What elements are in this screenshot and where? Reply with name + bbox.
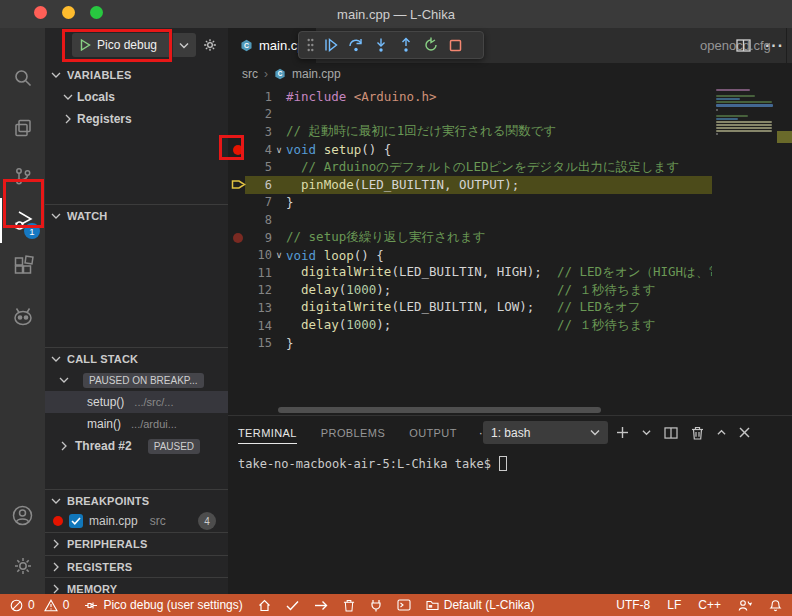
tab-settings[interactable]: Settings	[787, 28, 792, 63]
split-terminal-icon[interactable]	[664, 427, 678, 439]
settings-gear-icon[interactable]	[0, 543, 45, 588]
code-line-10[interactable]: 10∨void loop() {	[228, 246, 712, 264]
feedback-button[interactable]	[738, 599, 752, 612]
kill-terminal-trash-icon[interactable]	[691, 426, 704, 440]
code-line-13[interactable]: 13 digitalWrite(LED_BUILTIN, LOW); // LE…	[228, 299, 712, 317]
code-line-8[interactable]: 8	[228, 211, 712, 229]
extensions-icon[interactable]	[0, 243, 45, 288]
panel-tab-terminal[interactable]: TERMINAL	[238, 416, 297, 449]
section-header-memory[interactable]: MEMORY	[45, 578, 228, 594]
pio-build-button[interactable]	[286, 600, 299, 611]
glyph-margin[interactable]	[228, 317, 248, 335]
code-line-4[interactable]: 4∨void setup() {	[228, 141, 712, 159]
code-line-12[interactable]: 12 delay(1000); // １秒待ちます	[228, 282, 712, 300]
chevron-down-icon[interactable]	[172, 33, 196, 57]
glyph-margin[interactable]	[228, 246, 248, 264]
code-line-14[interactable]: 14 delay(1000); // １秒待ちます	[228, 317, 712, 335]
section-header-peripherals[interactable]: PERIPHERALS	[45, 533, 228, 555]
problems-status[interactable]: 0 0	[10, 598, 69, 612]
notifications-button[interactable]	[769, 598, 782, 612]
panel-tab-problems[interactable]: PROBLEMS	[321, 416, 385, 449]
start-debug-icon[interactable]	[80, 39, 91, 51]
scrollbar-thumb[interactable]	[278, 407, 601, 413]
pio-serial-monitor-button[interactable]	[370, 599, 382, 612]
restart-icon[interactable]	[423, 37, 439, 53]
fold-chevron-icon[interactable]: ∨	[272, 250, 286, 260]
horizontal-scrollbar[interactable]	[228, 405, 792, 415]
thread-row[interactable]: Thread #2 PAUSED	[45, 435, 228, 457]
close-panel-icon[interactable]	[739, 427, 750, 438]
breakpoint-row[interactable]: main.cpp src 4	[45, 510, 228, 532]
code-line-3[interactable]: 3// 起動時に最初に1回だけ実行される関数です	[228, 123, 712, 141]
platformio-icon[interactable]	[0, 293, 45, 338]
code-line-6[interactable]: 6 pinMode(LED_BUILTIN, OUTPUT);	[228, 176, 712, 194]
pio-terminal-button[interactable]	[397, 599, 411, 611]
section-header-registers[interactable]: REGISTERS	[45, 556, 228, 578]
glyph-margin[interactable]	[228, 264, 248, 282]
terminal-profile-chevron-icon[interactable]	[642, 429, 651, 436]
stop-icon[interactable]	[448, 38, 463, 53]
code-line-1[interactable]: 1#include <Arduino.h>	[228, 88, 712, 106]
breadcrumb[interactable]: src › C main.cpp	[228, 63, 792, 85]
glyph-margin[interactable]	[228, 194, 248, 212]
pio-project-env-selector[interactable]: Default (L-Chika)	[426, 598, 535, 612]
launch-config-gear-icon[interactable]	[202, 37, 218, 53]
maximize-window-button[interactable]	[90, 6, 103, 19]
run-and-debug-icon[interactable]: 1	[0, 198, 45, 243]
code-line-5[interactable]: 5 // ArduinoのデフォルトのLEDピンをデジタル出力に設定します	[228, 158, 712, 176]
pio-home-button[interactable]	[258, 599, 271, 612]
source-control-icon[interactable]	[0, 153, 45, 198]
step-into-icon[interactable]	[373, 37, 389, 53]
glyph-margin[interactable]	[228, 211, 248, 229]
terminal-shell-select[interactable]: 1: bash	[483, 421, 608, 444]
toolbar-drag-grip[interactable]	[307, 38, 314, 52]
fold-chevron-icon[interactable]: ∨	[272, 145, 286, 155]
section-header-breakpoints[interactable]: BREAKPOINTS	[45, 490, 228, 512]
glyph-margin[interactable]	[228, 158, 248, 176]
step-over-icon[interactable]	[348, 37, 364, 53]
more-actions-icon[interactable]: ···	[765, 37, 784, 55]
account-icon[interactable]	[0, 493, 45, 538]
explorer-icon[interactable]	[0, 105, 45, 150]
section-header-call-stack[interactable]: CALL STACK	[45, 348, 228, 370]
debug-session-status[interactable]: Pico debug (user settings)	[84, 598, 242, 612]
maximize-panel-chevron-icon[interactable]	[717, 429, 726, 436]
breakpoint-checkbox[interactable]	[69, 514, 83, 528]
pio-clean-button[interactable]	[343, 599, 355, 612]
minimap[interactable]	[712, 85, 777, 405]
continue-icon[interactable]	[323, 37, 339, 53]
glyph-margin[interactable]	[228, 282, 248, 300]
call-stack-session-row[interactable]: PAUSED ON BREAKP...	[45, 369, 228, 391]
section-header-variables[interactable]: VARIABLES	[45, 64, 228, 86]
overview-ruler[interactable]	[777, 85, 792, 405]
stack-frame-main[interactable]: main() .../ardui...	[45, 413, 228, 435]
step-out-icon[interactable]	[398, 37, 414, 53]
split-editor-icon[interactable]	[736, 39, 751, 52]
language-mode-status[interactable]: C++	[698, 598, 721, 612]
code-line-2[interactable]: 2	[228, 106, 712, 124]
encoding-status[interactable]: UTF-8	[616, 598, 650, 612]
breakpoint-dot-icon[interactable]	[228, 141, 248, 159]
code-editor[interactable]: 1#include <Arduino.h>23// 起動時に最初に1回だけ実行さ…	[228, 85, 792, 405]
code-line-9[interactable]: 9// setup後繰り返し実行されます	[228, 229, 712, 247]
code-line-15[interactable]: 15}	[228, 334, 712, 352]
pio-upload-button[interactable]	[314, 600, 328, 611]
debug-configuration-dropdown[interactable]: Pico debug	[72, 33, 196, 57]
stack-frame-setup[interactable]: setup() .../src/...	[45, 391, 228, 413]
glyph-margin[interactable]	[228, 106, 248, 124]
glyph-margin[interactable]	[228, 88, 248, 106]
breadcrumb-folder[interactable]: src	[242, 67, 258, 81]
panel-tab-output[interactable]: OUTPUT	[409, 416, 457, 449]
breadcrumb-file[interactable]: main.cpp	[292, 67, 341, 81]
glyph-margin[interactable]	[228, 334, 248, 352]
terminal-content[interactable]: take-no-macbook-air-5:L-Chika take$	[238, 456, 507, 471]
search-icon[interactable]	[0, 55, 45, 100]
breakpoint-dot-dim-icon[interactable]	[228, 229, 248, 247]
glyph-margin[interactable]	[228, 299, 248, 317]
eol-status[interactable]: LF	[667, 598, 681, 612]
minimize-window-button[interactable]	[62, 6, 75, 19]
variables-item-registers[interactable]: Registers	[45, 108, 228, 130]
glyph-margin[interactable]	[228, 123, 248, 141]
section-header-watch[interactable]: WATCH	[45, 205, 228, 227]
new-terminal-icon[interactable]	[616, 426, 629, 439]
